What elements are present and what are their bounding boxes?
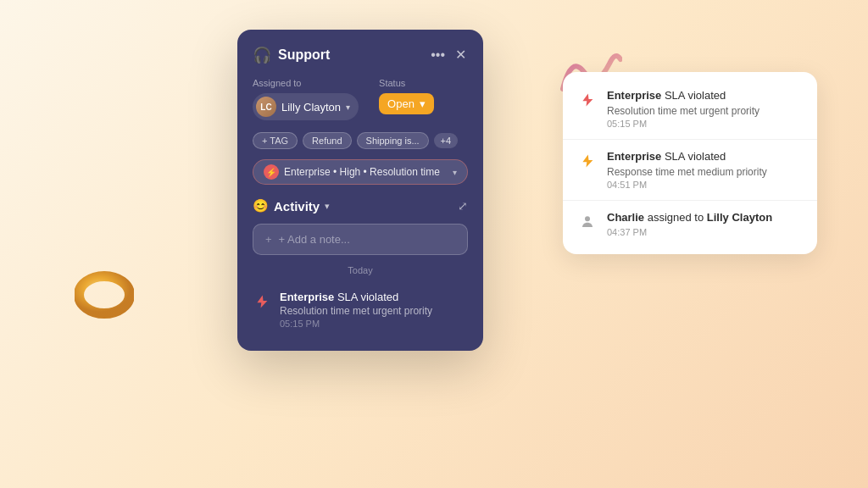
- notif-lightning-red-icon: [578, 91, 597, 109]
- note-input[interactable]: + + Add a note...: [253, 224, 468, 255]
- activity-item: Enterprise SLA violated Resolution time …: [253, 284, 468, 336]
- notif-rest-2: SLA violated: [661, 150, 726, 163]
- note-placeholder: + Add a note...: [279, 233, 350, 246]
- notif-charlie: Charlie: [607, 211, 644, 224]
- notif-time-2: 04:51 PM: [607, 180, 802, 190]
- activity-chevron-icon: ▾: [325, 201, 330, 212]
- assigned-status-section: Assigned to LC Lilly Clayton ▾ Status Op…: [253, 78, 468, 120]
- activity-content: Enterprise SLA violated Resolution time …: [280, 291, 468, 329]
- date-label: Today: [253, 265, 468, 275]
- tag-shipping: Shipping is...: [357, 132, 429, 149]
- notif-bold-1: Enterprise: [607, 89, 661, 102]
- support-icon: 🎧: [253, 46, 271, 64]
- activity-emoji-icon: 😊: [253, 198, 269, 214]
- status-button[interactable]: Open ▾: [379, 93, 434, 114]
- activity-lightning-icon: [253, 292, 271, 311]
- notif-lilly: Lilly Clayton: [707, 211, 772, 224]
- assignee-name: Lilly Clayton: [281, 101, 341, 114]
- tags-row: + TAG Refund Shipping is... +4: [253, 132, 468, 149]
- notif-content-1: Enterprise SLA violated Resolution time …: [607, 89, 802, 129]
- notif-content-3: Charlie assigned to Lilly Clayton 04:37 …: [607, 211, 802, 237]
- add-tag-button[interactable]: + TAG: [253, 132, 298, 149]
- panel-title: Support: [278, 47, 330, 63]
- panel-header: 🎧 Support ••• ✕: [253, 45, 468, 64]
- avatar: LC: [256, 97, 276, 117]
- tag-refund: Refund: [303, 132, 351, 149]
- activity-header: 😊 Activity ▾ ⤢: [253, 198, 468, 214]
- plus-icon: +: [265, 233, 272, 246]
- notification-item-1: Enterprise SLA violated Resolution time …: [563, 79, 817, 140]
- status-chevron-icon: ▾: [420, 97, 426, 110]
- external-link-button[interactable]: ⤢: [458, 199, 468, 213]
- close-button[interactable]: ✕: [453, 45, 468, 64]
- notif-person-icon: [578, 213, 597, 231]
- notif-title-3: Charlie assigned to Lilly Clayton: [607, 211, 802, 225]
- sla-chevron-icon: ▾: [453, 168, 457, 177]
- sla-row: ⚡ Enterprise • High • Resolution time ▾: [253, 159, 468, 185]
- notif-time-3: 04:37 PM: [607, 227, 802, 237]
- notif-lightning-orange-icon: [578, 152, 597, 170]
- assignee-button[interactable]: LC Lilly Clayton ▾: [253, 93, 359, 120]
- panel-title-group: 🎧 Support: [253, 46, 330, 64]
- notification-card: Enterprise SLA violated Resolution time …: [563, 72, 817, 254]
- assignee-chevron-icon: ▾: [346, 103, 350, 112]
- notif-title-2: Enterprise SLA violated: [607, 150, 802, 164]
- svg-point-1: [585, 216, 590, 221]
- activity-title-group[interactable]: 😊 Activity ▾: [253, 198, 330, 214]
- notification-item-2: Enterprise SLA violated Response time me…: [563, 140, 817, 201]
- notif-subtitle-2: Response time met medium priority: [607, 166, 802, 178]
- assigned-label: Assigned to: [253, 78, 359, 88]
- status-field-group: Status Open ▾: [379, 78, 434, 114]
- sla-badge-left: ⚡ Enterprise • High • Resolution time: [264, 164, 440, 180]
- sla-badge-button[interactable]: ⚡ Enterprise • High • Resolution time ▾: [253, 159, 468, 185]
- tag-more: +4: [434, 133, 459, 148]
- assigned-field-group: Assigned to LC Lilly Clayton ▾: [253, 78, 359, 120]
- activity-title-bold: Enterprise: [280, 291, 334, 303]
- decorative-donut: [75, 263, 134, 322]
- notif-rest-1: SLA violated: [661, 89, 726, 102]
- notif-title-1: Enterprise SLA violated: [607, 89, 802, 103]
- notif-time-1: 05:15 PM: [607, 119, 802, 129]
- status-value: Open: [387, 97, 415, 110]
- svg-point-0: [79, 276, 130, 313]
- activity-subtitle: Resolution time met urgent prority: [280, 305, 468, 317]
- notif-content-2: Enterprise SLA violated Response time me…: [607, 150, 802, 190]
- more-options-button[interactable]: •••: [429, 46, 447, 64]
- activity-time: 05:15 PM: [280, 319, 468, 329]
- sla-alert-icon: ⚡: [264, 164, 279, 180]
- activity-title-rest: SLA violated: [334, 291, 398, 303]
- notif-bold-2: Enterprise: [607, 150, 661, 163]
- sla-text: Enterprise • High • Resolution time: [284, 166, 440, 178]
- notif-assigned: assigned to: [644, 211, 707, 224]
- activity-title-text: Enterprise SLA violated: [280, 291, 468, 303]
- activity-title: Activity: [274, 199, 320, 214]
- notif-subtitle-1: Resolution time met urgent prority: [607, 105, 802, 117]
- support-panel: 🎧 Support ••• ✕ Assigned to LC Lilly Cla…: [237, 30, 483, 351]
- add-tag-label: + TAG: [262, 136, 288, 146]
- status-label: Status: [379, 78, 434, 88]
- notification-item-3: Charlie assigned to Lilly Clayton 04:37 …: [563, 201, 817, 247]
- header-icons: ••• ✕: [429, 45, 468, 64]
